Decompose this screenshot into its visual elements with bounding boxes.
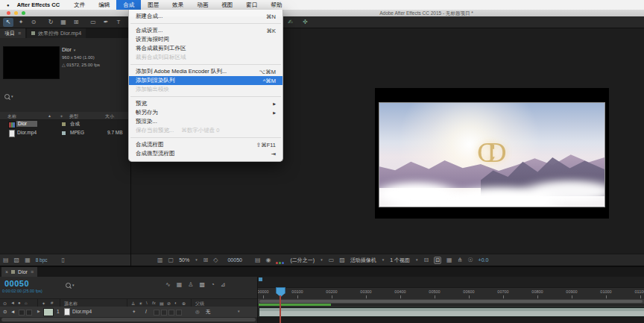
show-channel-icon[interactable] (276, 254, 285, 267)
label-column-icon[interactable]: ✦ (60, 113, 63, 119)
show-snapshot-icon[interactable]: ◉ (266, 257, 271, 263)
timeline-horizontal-scrollbar[interactable] (0, 317, 257, 323)
solo-checkbox[interactable] (19, 310, 25, 316)
navigator-handle[interactable] (259, 277, 262, 281)
label-color-swatch[interactable] (61, 122, 66, 127)
shy-switch-icon[interactable]: ♙ (131, 301, 135, 306)
quality-icon[interactable]: ✦ (132, 309, 136, 315)
hide-shy-icon[interactable]: ♙ (188, 281, 193, 288)
menu-item-new-composition[interactable]: 新建合成... ⌘N (129, 12, 282, 21)
comp-flowchart-icon[interactable]: ⋔ (458, 257, 463, 263)
selection-tool-icon[interactable]: ↖ (3, 18, 13, 27)
chevron-down-icon[interactable]: ▼ (320, 258, 323, 262)
close-window-button[interactable] (7, 11, 10, 15)
menu-edit[interactable]: 编辑 (92, 0, 116, 10)
label-column-icon[interactable]: ✦ (42, 301, 45, 306)
timeline-tab-dior[interactable]: × Dior ≡ (1, 267, 37, 277)
transparency-grid-icon[interactable]: ▨ (339, 257, 345, 263)
fast-previews-icon[interactable]: ⊡ (434, 257, 441, 264)
pick-whip-icon[interactable]: ◎ (195, 309, 200, 315)
eye-icon[interactable]: ⊙ (3, 301, 7, 306)
menu-effect[interactable]: 效果 (165, 0, 190, 10)
comp-mini-flowchart-icon[interactable]: ∿ (165, 281, 171, 288)
playhead-line[interactable] (280, 295, 281, 323)
menu-item-composition-settings[interactable]: 合成设置... ⌘K (129, 26, 282, 35)
menu-item-add-to-render-queue[interactable]: 添加到渲染队列 ^⌘M (129, 76, 282, 85)
zoom-window-button[interactable] (22, 11, 25, 15)
exposure-icon[interactable]: ☉ (467, 257, 473, 263)
chevron-down-icon[interactable]: ▼ (415, 258, 418, 262)
comp-timecode[interactable]: 00050 (227, 257, 242, 263)
switch-box[interactable] (176, 310, 182, 316)
composition-thumbnail[interactable] (3, 46, 60, 79)
search-icon[interactable] (4, 94, 10, 99)
fx-switch-icon[interactable]: fx (152, 301, 156, 305)
region-of-interest-icon[interactable]: ▭ (329, 257, 335, 263)
camera-tool-icon[interactable]: ▦ (58, 18, 69, 27)
layer-color-swatch[interactable] (43, 308, 54, 316)
quality-slash-icon[interactable]: / (145, 309, 147, 314)
menu-item-pre-render[interactable]: 预渲染... (129, 117, 282, 126)
switch-box[interactable] (154, 310, 160, 316)
tab-menu-icon[interactable]: ≡ (31, 269, 34, 275)
search-caret-icon[interactable]: ▾ (11, 94, 13, 98)
label-color-swatch[interactable] (61, 131, 66, 136)
menu-animation[interactable]: 动画 (190, 0, 215, 10)
audio-icon[interactable]: ◄ (10, 301, 15, 305)
pen-tool-icon[interactable]: ✒ (101, 18, 111, 27)
menu-help[interactable]: 帮助 (264, 0, 288, 10)
zoom-level-select[interactable]: 50% (179, 257, 189, 263)
sort-arrow-icon[interactable]: ▲ (48, 113, 51, 118)
audio-icon[interactable]: ◄ (10, 309, 15, 314)
parent-select[interactable]: 无 (206, 309, 211, 316)
interpret-footage-icon[interactable]: ▤ (3, 257, 9, 263)
active-camera-select[interactable]: 活动摄像机 (350, 257, 376, 264)
draft-3d-icon[interactable]: ▦ (177, 281, 183, 288)
timeline-navigator[interactable] (258, 277, 644, 287)
rotation-tool-icon[interactable]: ↻ (45, 18, 56, 27)
graph-editor-icon[interactable]: ⊿ (221, 281, 226, 288)
column-name[interactable]: 名称 (7, 113, 16, 120)
roto-brush-tool-icon[interactable]: ✍ (288, 19, 293, 25)
motion-blur-switch-icon[interactable]: ⊘ (167, 301, 171, 306)
zoom-tool-icon[interactable]: ⊙ (28, 18, 39, 27)
column-size[interactable]: 大小 (105, 113, 114, 120)
new-composition-icon[interactable]: ▦ (25, 257, 31, 263)
tab-project[interactable]: 项目 ≡ (0, 28, 25, 38)
menu-item-trim-comp-to-work-area[interactable]: 将合成裁剪到工作区 (129, 44, 282, 53)
type-tool-icon[interactable]: T (113, 18, 124, 27)
chevron-down-icon[interactable]: ▼ (195, 258, 198, 262)
layer-name[interactable]: Dior.mp4 (72, 309, 92, 314)
trash-icon[interactable]: ▯ (62, 257, 65, 263)
lock-icon[interactable]: ⌂ (25, 301, 28, 305)
pixel-aspect-icon[interactable]: ⊟ (424, 257, 429, 263)
tab-effect-controls[interactable]: 效果控件 Dior.mp4 (27, 28, 86, 38)
resolution-select[interactable]: (二分之一) (290, 257, 315, 264)
menu-file[interactable]: 文件 (67, 0, 92, 10)
composition-viewer[interactable]: CD (375, 88, 609, 219)
menu-item-composition-flowchart[interactable]: 合成流程图 ⇧⌘F11 (129, 140, 282, 149)
menu-item-set-poster-time[interactable]: 设置海报时间 (129, 35, 282, 44)
adjustment-switch-icon[interactable]: ◐ (174, 301, 177, 305)
new-folder-icon[interactable]: ▧ (14, 257, 20, 263)
timeline-search-icon[interactable] (66, 283, 71, 288)
hand-tool-icon[interactable]: ✦ (16, 18, 26, 27)
exposure-value[interactable]: +0.0 (479, 257, 489, 263)
collapse-switch-icon[interactable]: ☀ (139, 301, 142, 306)
index-column[interactable]: # (51, 301, 53, 305)
panel-menu-icon[interactable]: ≡ (18, 31, 21, 36)
project-row-dior[interactable]: Dior 合成 (0, 120, 131, 128)
menu-layer[interactable]: 图层 (141, 0, 165, 10)
frame-blend-icon[interactable]: ▩ (199, 281, 205, 288)
snapshot-icon[interactable]: ▤ (255, 257, 261, 263)
menu-item-save-frame-as[interactable]: 帧另存为 ▶ (129, 108, 282, 117)
layer-row-dior-mp4[interactable]: ⊙ ◄ ▶ 1 Dior.mp4 ✦ / ◎ 无 ▼ (0, 307, 257, 317)
minimize-window-button[interactable] (14, 11, 18, 15)
3d-switch-icon[interactable]: ⊕ (182, 301, 186, 306)
quality-switch-icon[interactable]: \ (146, 301, 148, 305)
project-row-dior-mp4[interactable]: Dior.mp4 MPEG 9.7 MB (0, 129, 131, 137)
search-caret-icon[interactable]: ▾ (72, 283, 75, 287)
menu-composition[interactable]: 合成 (116, 0, 141, 10)
menu-item-add-to-media-encoder-queue[interactable]: 添加到 Adobe Media Encoder 队列... ⌥⌘M (129, 67, 282, 76)
layer-duration-bar[interactable] (259, 307, 644, 317)
